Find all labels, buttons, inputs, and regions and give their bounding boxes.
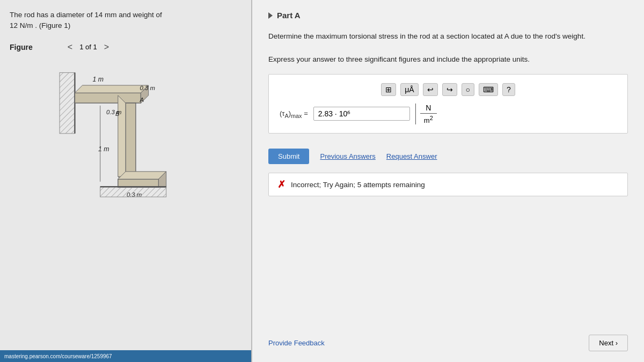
mu-icon: μÅ: [405, 85, 414, 94]
figure-area: Figure < 1 of 1 >: [10, 41, 241, 357]
figure-nav: < 1 of 1 >: [65, 41, 112, 53]
units-box: N m2: [415, 104, 437, 124]
rod-figure: 1 m A 0.3 m B 0.3 m 1 m 0.3 m: [45, 57, 206, 247]
problem-statement: The rod has a diameter of 14 mm and weig…: [10, 10, 241, 32]
figure-next-btn[interactable]: >: [101, 41, 112, 53]
submit-row: Submit Previous Answers Request Answer: [268, 149, 628, 164]
submit-button[interactable]: Submit: [268, 149, 309, 164]
url-text: mastering.pearson.com/courseware/1259967: [4, 353, 112, 359]
right-panel: Part A Determine the maximum torsional s…: [252, 0, 644, 362]
svg-text:1 m: 1 m: [93, 76, 104, 83]
units-denominator: m2: [424, 114, 433, 124]
svg-text:0.3 m: 0.3 m: [140, 85, 155, 91]
figure-page-indicator: 1 of 1: [79, 43, 97, 51]
provide-feedback-link[interactable]: Provide Feedback: [268, 339, 325, 347]
refresh-icon: ○: [466, 85, 470, 94]
figure-svg: 1 m A 0.3 m B 0.3 m 1 m 0.3 m: [45, 57, 206, 245]
bottom-bar: mastering.pearson.com/courseware/1259967: [0, 350, 251, 362]
feedback-row: Provide Feedback Next ›: [268, 335, 628, 351]
request-answer-btn[interactable]: Request Answer: [386, 152, 437, 160]
part-label: Part A: [277, 11, 301, 20]
part-header: Part A: [268, 11, 628, 20]
figure-header: Figure < 1 of 1 >: [10, 41, 241, 53]
undo-toolbar-btn[interactable]: ↩: [423, 83, 438, 96]
incorrect-box: ✗ Incorrect; Try Again; 5 attempts remai…: [268, 173, 628, 196]
problem-line1: The rod has a diameter of 14 mm and weig…: [10, 11, 162, 19]
redo-toolbar-btn[interactable]: ↪: [442, 83, 457, 96]
svg-rect-20: [100, 187, 166, 197]
svg-marker-4: [75, 85, 148, 93]
svg-marker-10: [118, 171, 166, 179]
keyboard-icon: ⌨: [483, 85, 494, 94]
grid-icon: ⊞: [385, 85, 392, 94]
answer-box: ⊞ μÅ ↩ ↪ ○ ⌨ ?: [268, 74, 628, 134]
refresh-toolbar-btn[interactable]: ○: [462, 83, 474, 96]
part-triangle-icon: [268, 12, 273, 19]
svg-rect-1: [60, 72, 75, 134]
svg-rect-9: [118, 179, 159, 187]
answer-label: (τA)max =: [280, 109, 308, 119]
incorrect-text: Incorrect; Try Again; 5 attempts remaini…: [291, 181, 425, 189]
help-toolbar-btn[interactable]: ?: [502, 83, 515, 96]
question-line2: Express your answer to three significant…: [268, 54, 628, 65]
redo-icon: ↪: [447, 85, 453, 94]
svg-text:1 m: 1 m: [98, 145, 109, 153]
undo-icon: ↩: [427, 85, 434, 94]
answer-input[interactable]: [313, 107, 410, 121]
mu-toolbar-btn[interactable]: μÅ: [400, 83, 418, 96]
figure-label: Figure: [10, 43, 33, 51]
figure-prev-btn[interactable]: <: [65, 41, 75, 53]
previous-answers-btn[interactable]: Previous Answers: [320, 152, 375, 160]
left-panel: The rod has a diameter of 14 mm and weig…: [0, 0, 252, 362]
problem-line2: 12 N/m . (Figure 1): [10, 21, 70, 29]
units-numerator: N: [420, 104, 437, 114]
grid-toolbar-btn[interactable]: ⊞: [381, 83, 396, 96]
svg-text:0.3 m: 0.3 m: [106, 108, 121, 115]
answer-row: (τA)max = N m2: [280, 104, 617, 124]
question-line1: Determine the maximum torsional stress i…: [268, 31, 628, 42]
svg-rect-3: [75, 93, 141, 103]
toolbar-row: ⊞ μÅ ↩ ↪ ○ ⌨ ?: [280, 83, 617, 96]
svg-text:A: A: [139, 97, 144, 103]
next-button[interactable]: Next ›: [589, 335, 628, 351]
keyboard-toolbar-btn[interactable]: ⌨: [479, 83, 498, 96]
help-icon: ?: [507, 85, 511, 94]
incorrect-x-icon: ✗: [277, 179, 286, 190]
question-text: Determine the maximum torsional stress i…: [268, 31, 628, 65]
